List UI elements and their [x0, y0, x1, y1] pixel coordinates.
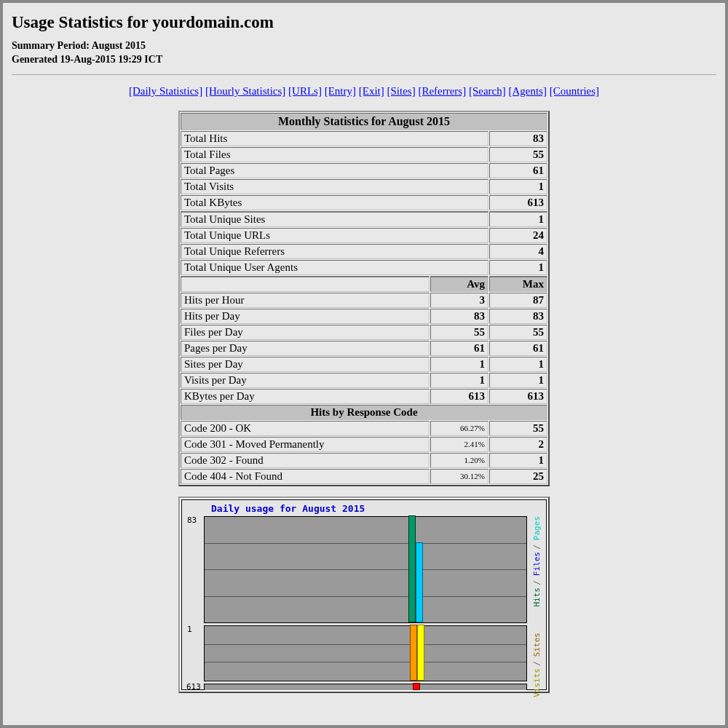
table-title: Monthly Statistics for August 2015 — [181, 113, 547, 130]
stat-value: 4 — [489, 244, 547, 259]
response-value: 55 — [489, 421, 547, 436]
nav-urls[interactable]: [URLs] — [288, 85, 322, 97]
summary-period: Summary Period: August 2015 — [12, 39, 716, 53]
nav-links: [Daily Statistics] [Hourly Statistics] [… — [12, 85, 716, 98]
chart-title: Daily usage for August 2015 — [211, 503, 365, 514]
stat-label: Pages per Day — [181, 341, 430, 356]
nav-entry[interactable]: [Entry] — [325, 85, 356, 97]
y-label-1: 1 — [187, 625, 192, 634]
stat-label: Total Unique Referrers — [181, 244, 488, 259]
response-label: Code 404 - Not Found — [181, 469, 430, 484]
stat-value: 55 — [489, 147, 547, 162]
divider — [12, 74, 716, 75]
response-value: 25 — [489, 469, 547, 484]
stat-value: 61 — [489, 163, 547, 178]
response-pct: 1.20% — [430, 453, 488, 468]
stat-avg: 61 — [430, 341, 488, 356]
nav-countries[interactable]: [Countries] — [550, 85, 599, 97]
chart-pane-visits: 1 — [204, 625, 527, 681]
response-pct: 66.27% — [430, 421, 488, 436]
response-label: Code 301 - Moved Permanently — [181, 437, 430, 452]
chart-legend: Pages / Files / Hits Sites / Visits — [530, 516, 543, 682]
stat-label: Total Pages — [181, 163, 488, 178]
stat-max: 1 — [489, 357, 547, 372]
stat-label: Total Files — [181, 147, 488, 162]
col-avg: Avg — [430, 276, 488, 292]
response-label: Code 302 - Found — [181, 453, 430, 468]
stat-value: 24 — [489, 228, 547, 243]
stat-max: 87 — [489, 293, 547, 308]
response-header: Hits by Response Code — [181, 405, 547, 420]
chart-pane-kbytes — [204, 684, 527, 690]
stat-max: 61 — [489, 341, 547, 356]
response-pct: 2.41% — [430, 437, 488, 452]
nav-sites[interactable]: [Sites] — [387, 85, 415, 97]
response-value: 2 — [489, 437, 547, 452]
stat-label: Visits per Day — [181, 373, 430, 388]
response-pct: 30.12% — [430, 469, 488, 484]
nav-daily[interactable]: [Daily Statistics] — [129, 85, 202, 97]
stat-label: Total Visits — [181, 179, 488, 194]
stat-avg: 3 — [430, 293, 488, 308]
stat-label: Hits per Hour — [181, 293, 430, 308]
nav-referrers[interactable]: [Referrers] — [418, 85, 466, 97]
stat-value: 613 — [489, 195, 547, 210]
stat-value: 1 — [489, 179, 547, 194]
monthly-stats-table: Monthly Statistics for August 2015 Total… — [178, 111, 550, 486]
stat-avg: 1 — [430, 373, 488, 388]
stat-avg: 1 — [430, 357, 488, 372]
nav-agents[interactable]: [Agents] — [509, 85, 547, 97]
stat-label: Total KBytes — [181, 195, 488, 210]
stat-max: 613 — [489, 389, 547, 404]
response-value: 1 — [489, 453, 547, 468]
page-title: Usage Statistics for yourdomain.com — [12, 13, 716, 32]
stat-label: Total Hits — [181, 131, 488, 146]
avgmax-blank — [181, 276, 430, 292]
stat-value: 1 — [489, 211, 547, 227]
response-label: Code 200 - OK — [181, 421, 430, 436]
stat-avg: 613 — [430, 389, 488, 404]
stat-max: 83 — [489, 309, 547, 324]
stat-value: 83 — [489, 131, 547, 146]
stat-label: Files per Day — [181, 325, 430, 340]
chart-pane-hits: 83 — [204, 516, 527, 623]
nav-exit[interactable]: [Exit] — [359, 85, 384, 97]
stat-max: 1 — [489, 373, 547, 388]
y-label-613: 613 — [186, 682, 201, 692]
stat-value: 1 — [489, 260, 547, 275]
generated-date: Generated 19-Aug-2015 19:29 ICT — [12, 53, 716, 67]
nav-search[interactable]: [Search] — [469, 85, 506, 97]
y-label-83: 83 — [187, 515, 197, 525]
stat-max: 55 — [489, 325, 547, 340]
col-max: Max — [489, 276, 547, 292]
stat-label: Hits per Day — [181, 309, 430, 324]
nav-hourly[interactable]: [Hourly Statistics] — [205, 85, 285, 97]
stat-label: Total Unique User Agents — [181, 260, 488, 275]
stat-label: Total Unique URLs — [181, 228, 488, 243]
stat-label: Total Unique Sites — [181, 211, 488, 227]
stat-label: Sites per Day — [181, 357, 430, 372]
daily-usage-chart: Daily usage for August 2015 83 1 613 — [178, 496, 550, 693]
stat-avg: 83 — [430, 309, 488, 324]
stat-avg: 55 — [430, 325, 488, 340]
stat-label: KBytes per Day — [181, 389, 430, 404]
